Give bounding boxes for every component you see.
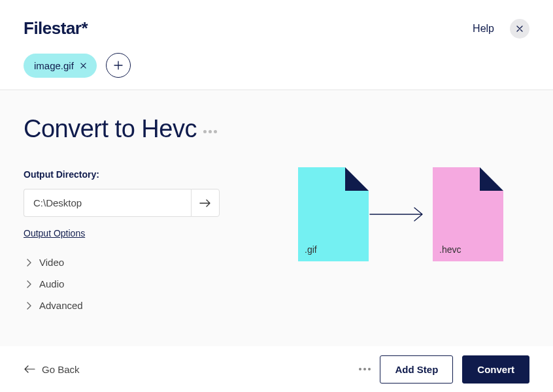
section-video[interactable]: Video <box>24 257 272 268</box>
close-icon <box>516 25 523 32</box>
add-step-button[interactable]: Add Step <box>380 355 453 384</box>
help-link[interactable]: Help <box>473 23 494 35</box>
logo: Filestar* <box>24 18 88 39</box>
target-ext-label: .hevc <box>439 244 461 255</box>
go-back-button[interactable]: Go Back <box>24 364 80 375</box>
chevron-right-icon <box>26 302 31 310</box>
arrow-left-icon <box>24 365 35 374</box>
arrow-right-icon <box>369 206 427 222</box>
conversion-diagram: .gif .hevc <box>298 167 503 261</box>
file-fold-icon <box>345 167 369 191</box>
file-chip[interactable]: image.gif <box>24 54 97 78</box>
main: Convert to Hevc Output Directory: Output… <box>0 90 553 358</box>
footer: Go Back Add Step Convert <box>0 346 553 392</box>
file-chips-row: image.gif <box>24 53 529 78</box>
section-advanced[interactable]: Advanced <box>24 300 272 311</box>
add-file-button[interactable] <box>106 53 131 78</box>
header: Filestar* Help image.gif <box>0 0 553 90</box>
chevron-right-icon <box>26 280 31 288</box>
output-directory-label: Output Directory: <box>24 169 272 180</box>
chevron-right-icon <box>26 259 31 267</box>
file-chip-label: image.gif <box>34 60 74 71</box>
header-actions: Help <box>473 19 529 39</box>
remove-file-icon[interactable] <box>80 61 86 70</box>
title-row: Convert to Hevc <box>24 115 272 143</box>
target-file-icon: .hevc <box>433 167 503 261</box>
header-top: Filestar* Help <box>24 18 529 39</box>
output-directory-row <box>24 189 220 217</box>
section-label: Audio <box>39 278 64 289</box>
right-column: .gif .hevc <box>272 115 529 358</box>
footer-more-button[interactable] <box>359 368 371 370</box>
footer-actions: Add Step Convert <box>359 355 529 384</box>
convert-button[interactable]: Convert <box>462 355 529 384</box>
close-button[interactable] <box>510 19 529 39</box>
section-audio[interactable]: Audio <box>24 278 272 289</box>
left-column: Convert to Hevc Output Directory: Output… <box>24 115 272 358</box>
section-label: Advanced <box>39 300 83 311</box>
output-directory-browse[interactable] <box>191 189 220 217</box>
section-label: Video <box>39 257 64 268</box>
page-title: Convert to Hevc <box>24 115 197 143</box>
file-fold-icon <box>480 167 503 191</box>
plus-icon <box>114 61 123 70</box>
section-list: Video Audio Advanced <box>24 257 272 311</box>
output-directory-input[interactable] <box>24 189 191 217</box>
output-options-link[interactable]: Output Options <box>24 228 85 238</box>
source-file-icon: .gif <box>298 167 369 261</box>
arrow-right-icon <box>199 199 211 208</box>
title-more-button[interactable] <box>203 125 217 133</box>
go-back-label: Go Back <box>42 364 80 375</box>
source-ext-label: .gif <box>305 244 317 255</box>
